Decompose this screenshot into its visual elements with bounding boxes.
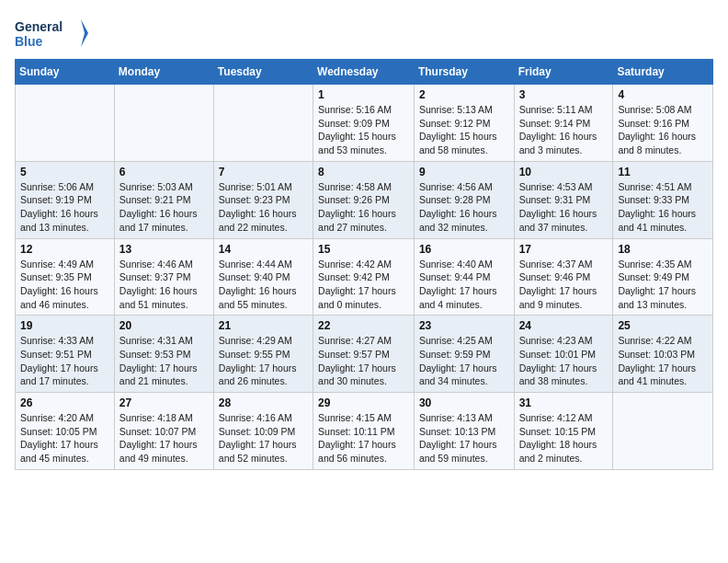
- day-info: Sunrise: 4:49 AMSunset: 9:35 PMDaylight:…: [20, 258, 109, 312]
- day-info: Sunrise: 4:46 AMSunset: 9:37 PMDaylight:…: [119, 258, 209, 312]
- day-info: Sunrise: 5:13 AMSunset: 9:12 PMDaylight:…: [419, 103, 509, 157]
- day-info: Sunrise: 5:16 AMSunset: 9:09 PMDaylight:…: [318, 103, 409, 157]
- calendar-week-row: 12Sunrise: 4:49 AMSunset: 9:35 PMDayligh…: [16, 238, 713, 316]
- day-info: Sunrise: 5:03 AMSunset: 9:21 PMDaylight:…: [119, 180, 209, 235]
- calendar-day-cell: 6Sunrise: 5:03 AMSunset: 9:21 PMDaylight…: [114, 161, 213, 238]
- logo-svg: General Blue: [15, 15, 88, 52]
- day-number: 2: [419, 88, 509, 101]
- day-info: Sunrise: 5:06 AMSunset: 9:19 PMDaylight:…: [20, 180, 109, 235]
- calendar-day-cell: 2Sunrise: 5:13 AMSunset: 9:12 PMDaylight…: [414, 85, 514, 162]
- day-info: Sunrise: 4:31 AMSunset: 9:53 PMDaylight:…: [119, 334, 209, 388]
- calendar-day-cell: 26Sunrise: 4:20 AMSunset: 10:05 PMDaylig…: [16, 393, 115, 470]
- day-info: Sunrise: 4:33 AMSunset: 9:51 PMDaylight:…: [20, 334, 109, 388]
- calendar-day-cell: 24Sunrise: 4:23 AMSunset: 10:01 PMDaylig…: [514, 316, 613, 393]
- svg-text:Blue: Blue: [15, 34, 43, 49]
- day-number: 29: [318, 396, 409, 409]
- day-number: 23: [419, 319, 509, 332]
- calendar-day-cell: 20Sunrise: 4:31 AMSunset: 9:53 PMDayligh…: [114, 316, 213, 393]
- day-info: Sunrise: 4:58 AMSunset: 9:26 PMDaylight:…: [318, 180, 409, 235]
- calendar-day-cell: 30Sunrise: 4:13 AMSunset: 10:13 PMDaylig…: [414, 393, 514, 470]
- svg-text:General: General: [15, 19, 63, 34]
- day-info: Sunrise: 4:16 AMSunset: 10:09 PMDaylight…: [219, 411, 308, 465]
- day-info: Sunrise: 4:18 AMSunset: 10:07 PMDaylight…: [119, 411, 209, 465]
- day-info: Sunrise: 4:23 AMSunset: 10:01 PMDaylight…: [519, 334, 609, 388]
- day-number: 4: [618, 88, 708, 101]
- day-number: 20: [119, 319, 209, 332]
- day-info: Sunrise: 4:37 AMSunset: 9:46 PMDaylight:…: [519, 258, 609, 312]
- day-number: 21: [219, 319, 308, 332]
- day-info: Sunrise: 4:42 AMSunset: 9:42 PMDaylight:…: [318, 258, 409, 312]
- day-info: Sunrise: 4:51 AMSunset: 9:33 PMDaylight:…: [618, 180, 708, 235]
- day-number: 10: [519, 166, 609, 178]
- day-number: 17: [519, 243, 609, 256]
- day-number: 19: [20, 319, 109, 332]
- day-info: Sunrise: 4:40 AMSunset: 9:44 PMDaylight:…: [419, 258, 509, 312]
- day-info: Sunrise: 5:11 AMSunset: 9:14 PMDaylight:…: [519, 103, 609, 157]
- day-number: 26: [20, 396, 109, 409]
- calendar-day-cell: 25Sunrise: 4:22 AMSunset: 10:03 PMDaylig…: [613, 316, 713, 393]
- calendar-day-cell: 9Sunrise: 4:56 AMSunset: 9:28 PMDaylight…: [414, 161, 514, 238]
- day-number: 28: [219, 396, 308, 409]
- calendar-day-cell: [16, 85, 115, 162]
- day-number: 7: [219, 166, 308, 178]
- calendar-day-cell: 10Sunrise: 4:53 AMSunset: 9:31 PMDayligh…: [514, 161, 613, 238]
- day-number: 18: [618, 243, 708, 256]
- day-number: 13: [119, 243, 209, 256]
- calendar-day-cell: 31Sunrise: 4:12 AMSunset: 10:15 PMDaylig…: [514, 393, 613, 470]
- day-number: 9: [419, 166, 509, 178]
- calendar-day-cell: 7Sunrise: 5:01 AMSunset: 9:23 PMDaylight…: [213, 161, 313, 238]
- day-info: Sunrise: 4:20 AMSunset: 10:05 PMDaylight…: [20, 411, 109, 465]
- calendar-day-cell: 14Sunrise: 4:44 AMSunset: 9:40 PMDayligh…: [213, 238, 313, 316]
- calendar-day-cell: 21Sunrise: 4:29 AMSunset: 9:55 PMDayligh…: [213, 316, 313, 393]
- logo: General Blue: [15, 15, 88, 52]
- day-info: Sunrise: 4:12 AMSunset: 10:15 PMDaylight…: [519, 411, 609, 465]
- day-number: 22: [318, 319, 409, 332]
- day-info: Sunrise: 4:13 AMSunset: 10:13 PMDaylight…: [419, 411, 509, 465]
- calendar-day-cell: 16Sunrise: 4:40 AMSunset: 9:44 PMDayligh…: [414, 238, 514, 316]
- day-number: 31: [519, 396, 609, 409]
- day-info: Sunrise: 5:01 AMSunset: 9:23 PMDaylight:…: [219, 180, 308, 235]
- calendar-day-cell: 19Sunrise: 4:33 AMSunset: 9:51 PMDayligh…: [16, 316, 115, 393]
- page-header: General Blue: [15, 15, 713, 52]
- day-info: Sunrise: 4:15 AMSunset: 10:11 PMDaylight…: [318, 411, 409, 465]
- calendar-day-cell: 15Sunrise: 4:42 AMSunset: 9:42 PMDayligh…: [313, 238, 415, 316]
- day-number: 11: [618, 166, 708, 178]
- calendar-day-cell: [114, 85, 213, 162]
- dow-header: Wednesday: [313, 60, 415, 85]
- dow-header: Tuesday: [213, 60, 313, 85]
- calendar-day-cell: 1Sunrise: 5:16 AMSunset: 9:09 PMDaylight…: [313, 85, 415, 162]
- day-number: 6: [119, 166, 209, 178]
- day-info: Sunrise: 4:35 AMSunset: 9:49 PMDaylight:…: [618, 258, 708, 312]
- calendar-day-cell: 12Sunrise: 4:49 AMSunset: 9:35 PMDayligh…: [16, 238, 115, 316]
- calendar-week-row: 26Sunrise: 4:20 AMSunset: 10:05 PMDaylig…: [16, 393, 713, 470]
- calendar-table: SundayMondayTuesdayWednesdayThursdayFrid…: [15, 59, 713, 470]
- calendar-day-cell: [613, 393, 713, 470]
- calendar-day-cell: 8Sunrise: 4:58 AMSunset: 9:26 PMDaylight…: [313, 161, 415, 238]
- calendar-week-row: 5Sunrise: 5:06 AMSunset: 9:19 PMDaylight…: [16, 161, 713, 238]
- day-number: 30: [419, 396, 509, 409]
- calendar-day-cell: 17Sunrise: 4:37 AMSunset: 9:46 PMDayligh…: [514, 238, 613, 316]
- day-info: Sunrise: 5:08 AMSunset: 9:16 PMDaylight:…: [618, 103, 708, 157]
- dow-header: Monday: [114, 60, 213, 85]
- calendar-day-cell: 22Sunrise: 4:27 AMSunset: 9:57 PMDayligh…: [313, 316, 415, 393]
- day-number: 14: [219, 243, 308, 256]
- day-of-week-row: SundayMondayTuesdayWednesdayThursdayFrid…: [16, 60, 713, 85]
- dow-header: Sunday: [16, 60, 115, 85]
- calendar-body: 1Sunrise: 5:16 AMSunset: 9:09 PMDaylight…: [16, 85, 713, 470]
- day-number: 25: [618, 319, 708, 332]
- day-number: 27: [119, 396, 209, 409]
- day-info: Sunrise: 4:25 AMSunset: 9:59 PMDaylight:…: [419, 334, 509, 388]
- calendar-week-row: 1Sunrise: 5:16 AMSunset: 9:09 PMDaylight…: [16, 85, 713, 162]
- calendar-day-cell: 18Sunrise: 4:35 AMSunset: 9:49 PMDayligh…: [613, 238, 713, 316]
- day-info: Sunrise: 4:27 AMSunset: 9:57 PMDaylight:…: [318, 334, 409, 388]
- calendar-day-cell: 5Sunrise: 5:06 AMSunset: 9:19 PMDaylight…: [16, 161, 115, 238]
- day-number: 8: [318, 166, 409, 178]
- calendar-day-cell: 3Sunrise: 5:11 AMSunset: 9:14 PMDaylight…: [514, 85, 613, 162]
- day-number: 12: [20, 243, 109, 256]
- calendar-day-cell: 4Sunrise: 5:08 AMSunset: 9:16 PMDaylight…: [613, 85, 713, 162]
- day-number: 1: [318, 88, 409, 101]
- day-info: Sunrise: 4:53 AMSunset: 9:31 PMDaylight:…: [519, 180, 609, 235]
- dow-header: Thursday: [414, 60, 514, 85]
- day-number: 24: [519, 319, 609, 332]
- calendar-week-row: 19Sunrise: 4:33 AMSunset: 9:51 PMDayligh…: [16, 316, 713, 393]
